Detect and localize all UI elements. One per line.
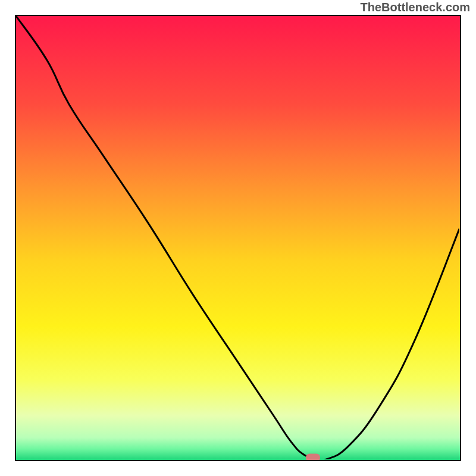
chart-container: TheBottleneck.com bbox=[0, 0, 476, 476]
plot-area bbox=[15, 15, 461, 461]
watermark-text: TheBottleneck.com bbox=[361, 1, 470, 14]
curve-svg bbox=[16, 16, 459, 459]
optimal-marker bbox=[306, 454, 320, 461]
bottleneck-curve bbox=[16, 16, 459, 459]
